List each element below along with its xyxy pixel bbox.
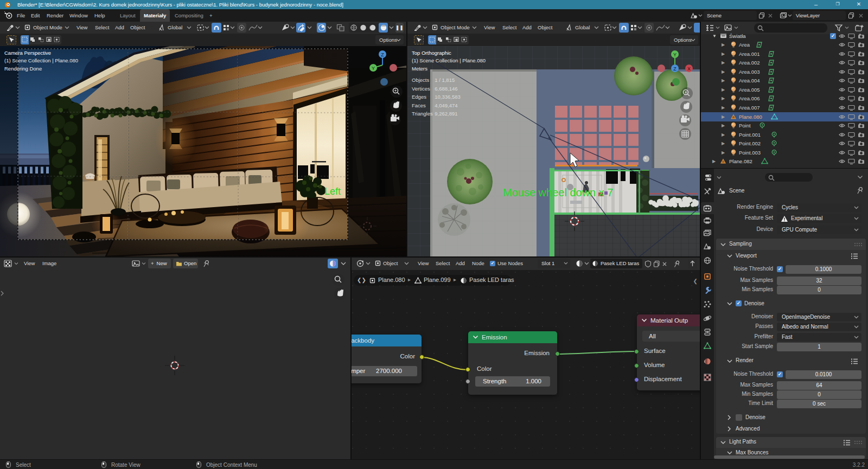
svg-text:Y: Y — [673, 52, 676, 57]
svg-text:X: X — [687, 66, 691, 72]
svg-text:Z: Z — [673, 66, 676, 72]
svg-text:Z: Z — [381, 52, 384, 57]
svg-text:Y: Y — [372, 66, 375, 71]
